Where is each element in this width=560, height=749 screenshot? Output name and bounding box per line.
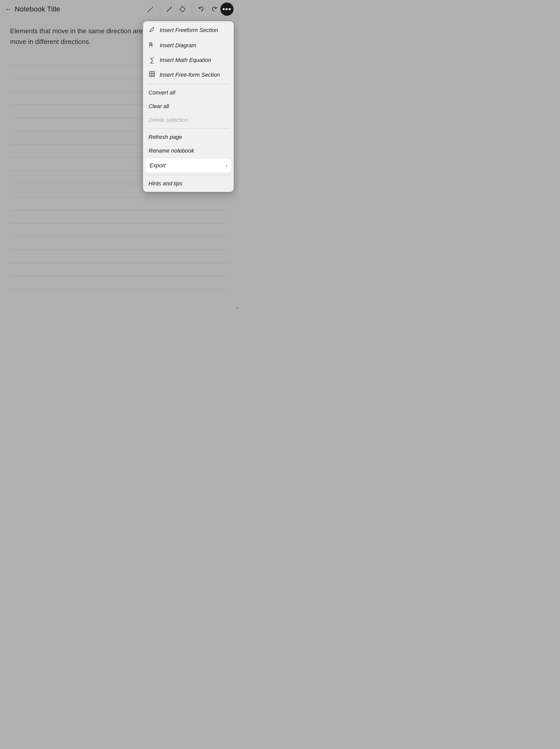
menu-item-refresh-page[interactable]: Refresh page: [143, 130, 234, 144]
pen-tool-button[interactable]: [163, 3, 175, 15]
menu-item-insert-diagram-label: Insert Diagram: [160, 42, 196, 49]
toolbar: ← Notebook Title: [0, 0, 239, 18]
notebook-title: Notebook Title: [15, 5, 60, 13]
more-options-button[interactable]: •••: [220, 2, 234, 16]
menu-item-delete-selection[interactable]: Delete selection: [143, 113, 234, 127]
scroll-down-arrow: ⌄: [236, 304, 239, 310]
menu-item-convert-all-label: Convert all: [149, 89, 175, 96]
context-menu: Insert Freeform Section Insert Diagram ∑…: [143, 21, 234, 192]
menu-item-export[interactable]: Export ›: [146, 159, 231, 172]
menu-item-insert-math-equation-label: Insert Math Equation: [160, 57, 211, 63]
toolbar-divider-1: [160, 4, 160, 14]
ruled-line: [10, 263, 229, 277]
ruled-line: [10, 277, 229, 290]
sigma-icon: ∑: [149, 57, 156, 64]
menu-item-insert-diagram[interactable]: Insert Diagram: [143, 38, 234, 53]
menu-item-clear-all[interactable]: Clear all: [143, 100, 234, 113]
menu-item-rename-notebook[interactable]: Rename notebook: [143, 144, 234, 158]
back-button[interactable]: ←: [5, 5, 12, 13]
ruled-line: [10, 250, 229, 263]
toolbar-divider-2: [192, 4, 192, 14]
more-dots-icon: •••: [222, 5, 231, 13]
undo-button[interactable]: [195, 3, 207, 15]
scroll-indicator: ⌄: [237, 18, 238, 312]
ruled-line: [10, 224, 229, 237]
ruled-line: [10, 197, 229, 211]
menu-item-clear-all-label: Clear all: [149, 103, 169, 110]
svg-rect-3: [150, 71, 155, 77]
menu-item-export-label: Export: [150, 162, 166, 169]
toolbar-left: ← Notebook Title: [5, 5, 145, 13]
menu-item-insert-freeform-section[interactable]: Insert Freeform Section: [143, 23, 234, 38]
diagram-icon: [149, 41, 156, 49]
menu-section-notebook: Refresh page Rename notebook Export ›: [143, 129, 234, 175]
menu-section-insert: Insert Freeform Section Insert Diagram ∑…: [143, 21, 234, 84]
menu-item-delete-selection-label: Delete selection: [149, 117, 188, 123]
freeform-icon: [149, 26, 156, 34]
menu-item-insert-freeform-section2-label: Insert Free-form Section: [160, 71, 220, 78]
toolbar-center: [145, 3, 220, 15]
menu-item-insert-math-equation[interactable]: ∑ Insert Math Equation: [143, 53, 234, 67]
menu-section-help: Hints and tips: [143, 175, 234, 192]
menu-item-rename-notebook-label: Rename notebook: [149, 148, 194, 154]
ruled-line: [10, 211, 229, 224]
chevron-right-icon: ›: [225, 163, 227, 169]
redo-button[interactable]: [208, 3, 220, 15]
grid-icon: [149, 71, 156, 79]
menu-item-hints-and-tips-label: Hints and tips: [149, 180, 182, 187]
ruled-line: [10, 237, 229, 250]
svg-line-0: [167, 7, 172, 12]
menu-item-convert-all[interactable]: Convert all: [143, 86, 234, 100]
menu-section-actions: Convert all Clear all Delete selection: [143, 84, 234, 128]
menu-item-insert-freeform-section2[interactable]: Insert Free-form Section: [143, 67, 234, 83]
toolbar-right: •••: [220, 2, 234, 16]
menu-item-hints-and-tips[interactable]: Hints and tips: [143, 177, 234, 190]
menu-item-refresh-page-label: Refresh page: [149, 134, 182, 141]
handwriting-mode-button[interactable]: [145, 3, 157, 15]
menu-item-insert-freeform-section-label: Insert Freeform Section: [160, 27, 218, 34]
eraser-tool-button[interactable]: [176, 3, 189, 15]
